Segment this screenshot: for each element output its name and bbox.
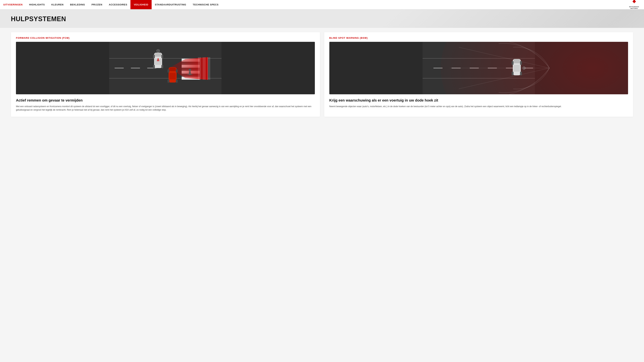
- svg-rect-64: [512, 61, 514, 65]
- bsw-illustration: [329, 42, 628, 94]
- svg-point-69: [523, 67, 524, 69]
- card-fcm-inner: FORWARD COLLISION MITIGATION (FCM): [11, 32, 320, 94]
- svg-rect-29: [153, 55, 155, 58]
- fcm-feature-title: FORWARD COLLISION MITIGATION (FCM): [16, 36, 315, 39]
- nav-item-accessoires[interactable]: ACCESSOIRES: [106, 0, 130, 9]
- fcm-image: !: [16, 42, 315, 94]
- svg-rect-38: [170, 67, 176, 71]
- fcm-description: Met een onboard radarsysteem en frontcam…: [16, 105, 315, 112]
- nav-item-highlights[interactable]: HIGHLIGHTS: [26, 0, 48, 9]
- brand-logo: MITSUBISHI MOTORS Drive your Ambition: [628, 0, 640, 11]
- bsw-subtitle: Krijg een waarschuwing als er een voertu…: [329, 98, 628, 103]
- svg-rect-40: [168, 69, 170, 73]
- svg-rect-24: [202, 57, 206, 80]
- svg-point-44: [188, 69, 191, 71]
- bsw-description: Neemt bewegende objecten waar (auto's, m…: [329, 105, 628, 108]
- svg-rect-62: [514, 59, 520, 63]
- page-header: HULPSYSTEMEN: [0, 9, 644, 28]
- svg-rect-41: [176, 69, 178, 73]
- svg-rect-42: [168, 79, 170, 83]
- svg-rect-12: [131, 68, 140, 68]
- svg-rect-45: [189, 71, 191, 75]
- svg-rect-23: [198, 57, 201, 80]
- fcm-card-body: Actief remmen om gevaar te vermijden Met…: [11, 94, 320, 117]
- svg-rect-39: [170, 73, 176, 79]
- bsw-card-body: Krijg een waarschuwing als er een voertu…: [324, 94, 633, 113]
- svg-rect-66: [512, 72, 514, 75]
- svg-rect-63: [514, 65, 520, 72]
- nav-item-kleuren[interactable]: KLEUREN: [48, 0, 67, 9]
- svg-rect-30: [162, 55, 163, 58]
- svg-text:!: !: [158, 59, 158, 61]
- svg-rect-43: [176, 79, 178, 83]
- brand-name-text: MITSUBISHI MOTORS: [629, 6, 639, 9]
- svg-rect-27: [155, 53, 162, 57]
- card-bsw: BLIND SPOT WARNING (BSW): [324, 32, 633, 117]
- bsw-image: [329, 42, 628, 94]
- bsw-feature-title: BLIND SPOT WARNING (BSW): [329, 36, 628, 39]
- svg-rect-31: [153, 65, 155, 68]
- svg-rect-32: [162, 65, 163, 68]
- nav-item-uitvoeringen[interactable]: UITVOERINGEN: [0, 0, 26, 9]
- fcm-subtitle: Actief remmen om gevaar te vermijden: [16, 98, 315, 103]
- fcm-illustration: !: [16, 42, 315, 94]
- card-fcm: FORWARD COLLISION MITIGATION (FCM): [11, 32, 320, 117]
- svg-rect-67: [520, 72, 522, 75]
- card-bsw-inner: BLIND SPOT WARNING (BSW): [324, 32, 633, 94]
- svg-rect-11: [115, 68, 124, 68]
- svg-rect-25: [207, 57, 210, 80]
- nav-item-prijzen[interactable]: PRIJZEN: [88, 0, 106, 9]
- nav-item-standaarduitrusting[interactable]: STANDAARDUITRUSTING: [152, 0, 190, 9]
- svg-point-36: [158, 50, 159, 51]
- cards-grid: FORWARD COLLISION MITIGATION (FCM): [11, 32, 633, 117]
- main-content: FORWARD COLLISION MITIGATION (FCM): [0, 28, 644, 128]
- nav-item-veiligheid[interactable]: VEILIGHEID: [130, 0, 152, 9]
- nav-item-bekleding[interactable]: BEKLEDING: [67, 0, 88, 9]
- nav-item-technische-specs[interactable]: TECHNISCHE SPECS: [190, 0, 222, 9]
- page-title: HULPSYSTEMEN: [11, 15, 633, 23]
- mitsubishi-diamond-icon: [631, 0, 638, 5]
- svg-rect-13: [147, 68, 156, 68]
- svg-rect-65: [520, 61, 522, 65]
- main-navigation: UITVOERINGEN HIGHLIGHTS KLEUREN BEKLEDIN…: [0, 0, 644, 9]
